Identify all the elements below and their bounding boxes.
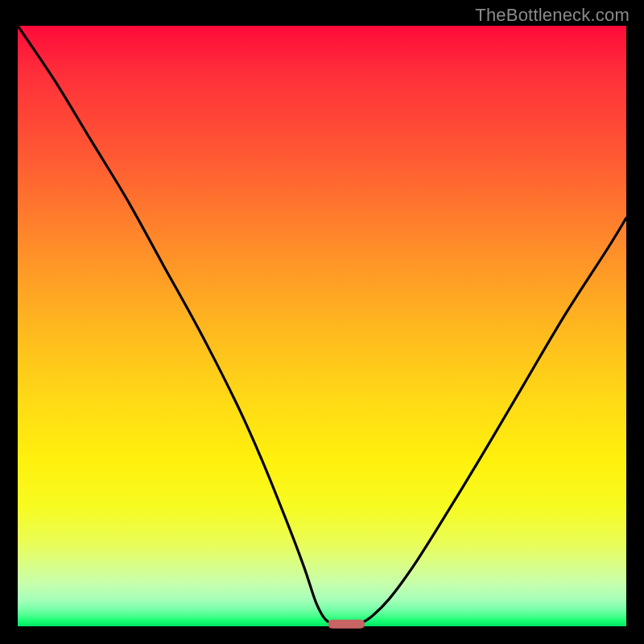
plot-area [18,26,626,626]
bottleneck-curve-left [18,26,334,625]
watermark-text: TheBottleneck.com [475,5,630,26]
chart-frame: TheBottleneck.com [0,0,644,644]
bottleneck-curve-right [358,218,626,625]
curve-layer [18,26,626,626]
min-marker [328,620,365,629]
